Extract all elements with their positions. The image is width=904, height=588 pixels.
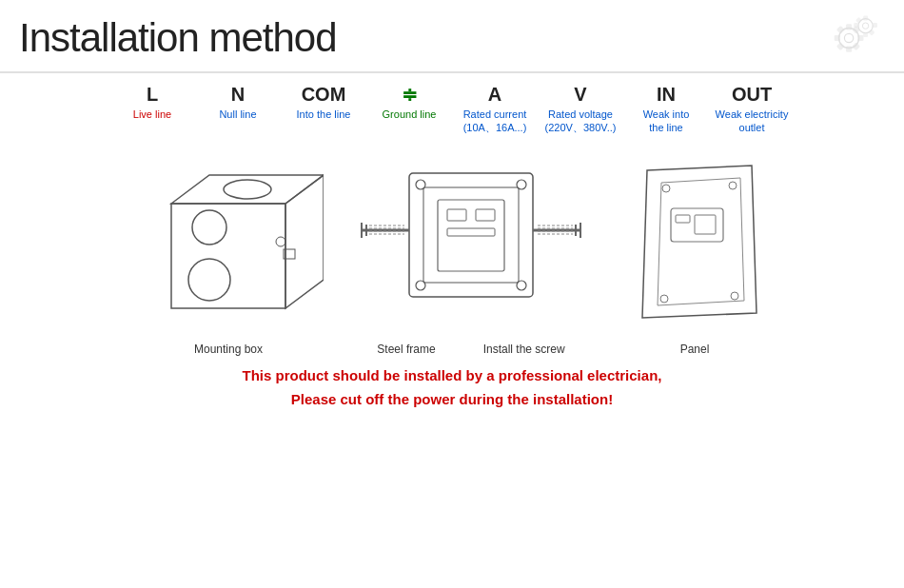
svg-point-58 xyxy=(660,295,668,303)
svg-point-56 xyxy=(729,182,737,189)
svg-point-21 xyxy=(192,210,226,245)
desc-A: Rated current(10A、16A...) xyxy=(463,108,527,135)
svg-rect-35 xyxy=(447,228,495,236)
desc-COM: Into the line xyxy=(297,108,351,121)
letter-IN: IN xyxy=(657,83,676,106)
label-N: N Null line xyxy=(195,83,281,121)
letter-A: A xyxy=(488,83,501,106)
gear-icon xyxy=(818,10,885,67)
page-title: Installation method xyxy=(19,15,337,61)
mounting-box-label: Mounting box xyxy=(194,343,263,356)
steel-frame-svg xyxy=(352,145,590,335)
svg-point-24 xyxy=(276,237,285,246)
svg-point-1 xyxy=(844,33,853,42)
svg-rect-26 xyxy=(409,173,533,297)
svg-rect-6 xyxy=(837,27,844,33)
diagram-section: Mounting box xyxy=(0,140,904,356)
warning-line1: This product should be installed by a pr… xyxy=(19,363,885,388)
svg-rect-13 xyxy=(864,33,868,37)
mounting-box-item: Mounting box xyxy=(133,147,324,356)
screw-label: Install the screw xyxy=(483,343,565,356)
letter-V: V xyxy=(574,83,586,106)
svg-rect-34 xyxy=(476,209,495,221)
svg-rect-14 xyxy=(855,24,858,28)
svg-point-29 xyxy=(517,180,526,189)
warning-section: This product should be installed by a pr… xyxy=(0,363,904,412)
svg-point-23 xyxy=(224,180,271,199)
panel-item: Panel xyxy=(619,147,771,356)
label-COM: COM Into the line xyxy=(281,83,366,121)
panel-label: Panel xyxy=(680,343,710,356)
letter-OUT: OUT xyxy=(732,83,772,106)
page-header: Installation method xyxy=(0,0,904,73)
label-L: L Live line xyxy=(109,83,195,121)
panel-svg xyxy=(619,147,771,337)
svg-marker-20 xyxy=(285,175,324,308)
svg-point-31 xyxy=(517,281,526,290)
svg-rect-53 xyxy=(676,215,690,223)
label-ground: ≑ Ground line xyxy=(366,83,452,121)
svg-rect-2 xyxy=(847,25,852,29)
svg-rect-5 xyxy=(858,36,863,41)
desc-OUT: Weak electricityoutlet xyxy=(716,108,789,135)
desc-V: Rated voltage(220V、380V..) xyxy=(545,108,617,135)
desc-ground: Ground line xyxy=(383,108,437,121)
label-A: A Rated current(10A、16A...) xyxy=(452,83,538,135)
mounting-box-svg xyxy=(133,147,324,337)
svg-point-30 xyxy=(416,281,425,290)
svg-point-55 xyxy=(662,185,670,192)
svg-marker-18 xyxy=(171,204,285,308)
svg-rect-12 xyxy=(864,16,868,20)
svg-rect-33 xyxy=(447,209,466,221)
svg-rect-7 xyxy=(853,43,859,49)
desc-L: Live line xyxy=(133,108,171,121)
svg-rect-15 xyxy=(874,24,877,28)
labels-section: L Live line N Null line COM Into the lin… xyxy=(0,73,904,140)
svg-rect-54 xyxy=(695,215,716,234)
label-OUT: OUT Weak electricityoutlet xyxy=(709,83,795,135)
svg-point-11 xyxy=(862,23,868,29)
svg-rect-3 xyxy=(847,47,852,51)
svg-rect-16 xyxy=(856,18,861,23)
letter-N: N xyxy=(231,83,245,106)
svg-rect-17 xyxy=(870,30,875,35)
warning-line2: Please cut off the power during the inst… xyxy=(19,387,885,412)
letter-COM: COM xyxy=(302,83,346,106)
letter-L: L xyxy=(147,83,158,106)
desc-N: Null line xyxy=(219,108,256,121)
svg-rect-4 xyxy=(835,36,840,41)
label-V: V Rated voltage(220V、380V..) xyxy=(538,83,623,135)
desc-IN: Weak intothe line xyxy=(643,108,690,135)
svg-point-22 xyxy=(188,259,230,301)
svg-point-28 xyxy=(416,180,425,189)
svg-point-57 xyxy=(731,292,738,300)
letter-ground: ≑ xyxy=(402,83,418,106)
steel-frame-label: Steel frame xyxy=(377,343,435,356)
svg-rect-8 xyxy=(837,43,844,49)
label-IN: IN Weak intothe line xyxy=(623,83,709,135)
